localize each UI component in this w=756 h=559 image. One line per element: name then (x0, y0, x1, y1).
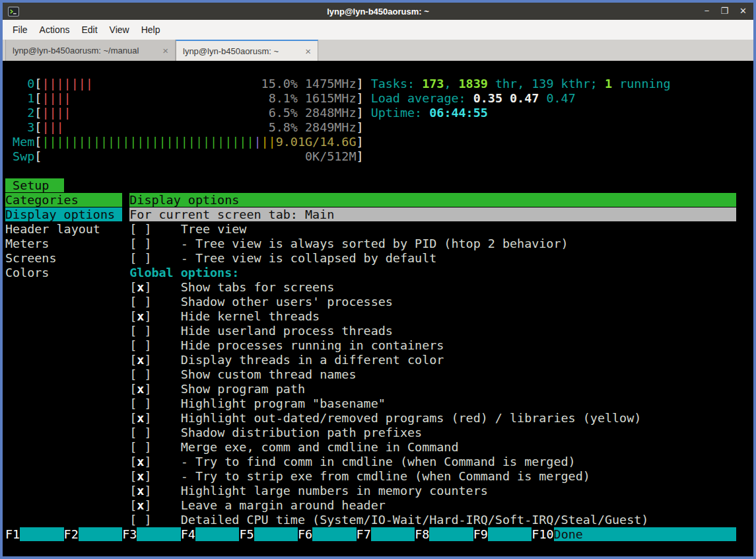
window-controls: − ❐ ✕ (704, 3, 747, 20)
option-shadow-other-users-processes[interactable]: [ ] Shadow other users' processes (5, 295, 751, 309)
terminal-segment (151, 455, 180, 468)
terminal-segment-xx: x (137, 382, 144, 396)
terminal-segment (151, 498, 180, 512)
terminal-segment-xx: x (137, 498, 144, 512)
terminal-segment-bx: ] (144, 324, 151, 338)
terminal-segment-yl: || (261, 135, 276, 149)
menu-help[interactable]: Help (135, 20, 166, 40)
terminal-segment (137, 396, 144, 410)
terminal-segment-gy: 8.1% 1615MHz (269, 91, 357, 105)
terminal-segment-gob: Global options: (129, 266, 239, 280)
option-hide-processes-running-in-containers[interactable]: [ ] Hide processes running in containers (5, 338, 751, 353)
terminal-segment-fl (312, 527, 356, 541)
terminal-segment-bx: [ (129, 324, 137, 338)
terminal-segment (137, 426, 144, 439)
terminal-segment (151, 295, 180, 309)
terminal-segment-wh: Hide kernel threads (181, 309, 320, 323)
terminal-screen[interactable]: 0[||||||| 15.0% 1475MHz] Tasks: 173, 183… (3, 61, 753, 556)
option-shadow-distribution-path-prefixes[interactable]: [ ] Shadow distribution path prefixes (5, 426, 751, 440)
terminal-segment-xx: x (137, 455, 144, 468)
terminal-segment-bx: [ (129, 396, 137, 410)
terminal-segment-fl (20, 527, 63, 541)
row-header-layout-and-tree-view[interactable]: Header layout [ ] Tree view (5, 222, 751, 237)
row-meters-and-tree-sorted[interactable]: Meters [ ] - Tree view is always sorted … (5, 237, 751, 251)
terminal-segment (137, 324, 144, 338)
tab-close-icon[interactable]: × (305, 46, 311, 57)
terminal-segment (502, 91, 510, 105)
terminal-segment (122, 193, 129, 207)
terminal-segment (122, 237, 129, 250)
terminal-segment-bx: [ (129, 484, 137, 498)
row-colors-and-global-options-heading[interactable]: Colors Global options: (5, 266, 751, 280)
terminal-segment (5, 353, 129, 367)
option-leave-margin-around-header[interactable]: [x] Leave a margin around header (5, 498, 751, 513)
terminal-segment (5, 455, 129, 468)
terminal-segment (122, 222, 129, 236)
terminal-segment-cy: Swp (13, 149, 34, 163)
terminal-segment-fk: F7 (357, 527, 371, 541)
option-show-program-path[interactable]: [x] Show program path (5, 382, 751, 396)
terminal-segment-bx: ] (144, 353, 151, 367)
terminal-segment-wh: Hide userland process threads (181, 324, 393, 338)
terminal-segment-hc: Display options (5, 207, 122, 221)
terminal-segment-bx: [ (129, 309, 137, 323)
option-detailed-cpu-time[interactable]: [ ] Detailed CPU time (System/IO-Wait/Ha… (5, 513, 751, 527)
option-try-strip-exe-from-cmdline[interactable]: [x] - Try to strip exe from cmdline (whe… (5, 469, 751, 484)
terminal-segment-wh: Screens (5, 251, 122, 265)
terminal-segment (151, 411, 180, 425)
menu-file[interactable]: File (7, 20, 34, 40)
row-screens-and-tree-collapsed[interactable]: Screens [ ] - Tree view is collapsed by … (5, 251, 751, 266)
terminal-segment-fk: F6 (298, 527, 312, 541)
terminal-segment-br: ] (357, 106, 364, 120)
restore-button[interactable]: ❐ (720, 3, 728, 20)
terminal-segment-fk: F4 (181, 527, 195, 541)
menu-edit[interactable]: Edit (75, 20, 103, 40)
terminal-segment-hg: Display options (129, 193, 736, 207)
option-hide-userland-process-threads[interactable]: [ ] Hide userland process threads (5, 324, 751, 338)
terminal-segment-br: [ (34, 135, 42, 149)
terminal-segment-bcy: 06:44:55 (429, 106, 488, 120)
option-show-custom-thread-names[interactable]: [ ] Show custom thread names (5, 367, 751, 382)
terminal-segment-bx: ] (144, 513, 151, 527)
terminal-segment-fl (137, 527, 180, 541)
terminal-segment-bx: [ (129, 426, 137, 439)
terminal-segment-bx: [ (129, 251, 137, 265)
terminal-segment-cy: Mem (13, 135, 34, 149)
terminal-segment-wh: Highlight program "basename" (181, 396, 386, 410)
option-highlight-program-basename[interactable]: [ ] Highlight program "basename" (5, 396, 751, 411)
tab-manual[interactable]: lynp@lyn-b450aorusm: ~/manual × (5, 40, 176, 61)
option-hide-kernel-threads[interactable]: [x] Hide kernel threads (5, 309, 751, 324)
menu-actions[interactable]: Actions (34, 20, 76, 40)
terminal-segment (151, 367, 180, 381)
minimize-button[interactable]: − (704, 3, 710, 20)
terminal-segment (5, 396, 129, 410)
terminal-segment-br: [ (34, 91, 42, 105)
terminal-segment-bx: [ (129, 367, 137, 381)
option-merge-exe-comm-cmdline[interactable]: [ ] Merge exe, comm and cmdline in Comma… (5, 440, 751, 455)
terminal-segment-xx: x (137, 484, 144, 498)
option-display-threads-in-different-color[interactable]: [x] Display threads in a different color (5, 353, 751, 367)
function-key-bar[interactable]: F1 F2 F3 F4 F5 F6 F7 F8 F9 F10Done (5, 527, 751, 542)
menu-view[interactable]: View (104, 20, 135, 40)
terminal-segment-tab: Setup (5, 178, 64, 192)
terminal-segment-xx: x (137, 309, 144, 323)
option-highlight-outdated-removed[interactable]: [x] Highlight out-dated/removed programs… (5, 411, 751, 426)
terminal-segment-bx: ] (144, 396, 151, 410)
cpu-meter-2-and-uptime: 2[|||| 6.5% 2848MHz] Uptime: 06:44:55 (5, 106, 751, 120)
terminal-segment (93, 77, 261, 91)
terminal-segment-pu: | (254, 135, 261, 149)
memory-meter: Mem[||||||||||||||||||||||||||||||||9.01… (5, 135, 751, 149)
row-display-options-selected-and-screen-tab[interactable]: Display options For current screen tab: … (5, 207, 751, 222)
close-button[interactable]: ✕ (739, 3, 747, 20)
terminal-segment (151, 222, 180, 236)
terminal-segment-rd: ||| (42, 120, 63, 134)
option-highlight-large-numbers[interactable]: [x] Highlight large numbers in memory co… (5, 484, 751, 498)
setup-tab[interactable]: Setup (5, 178, 751, 193)
terminal-segment-br: ] (357, 77, 364, 91)
option-show-tabs-for-screens[interactable]: [x] Show tabs for screens (5, 280, 751, 295)
tab-close-icon[interactable]: × (162, 45, 168, 56)
title-bar[interactable]: lynp@lyn-b450aorusm: ~ − ❐ ✕ (3, 3, 753, 20)
tab-home-active[interactable]: lynp@lyn-b450aorusm: ~ × (176, 40, 318, 61)
terminal-segment-bx: ] (144, 440, 151, 454)
option-try-find-comm-in-cmdline[interactable]: [x] - Try to find comm in cmdline (when … (5, 455, 751, 469)
